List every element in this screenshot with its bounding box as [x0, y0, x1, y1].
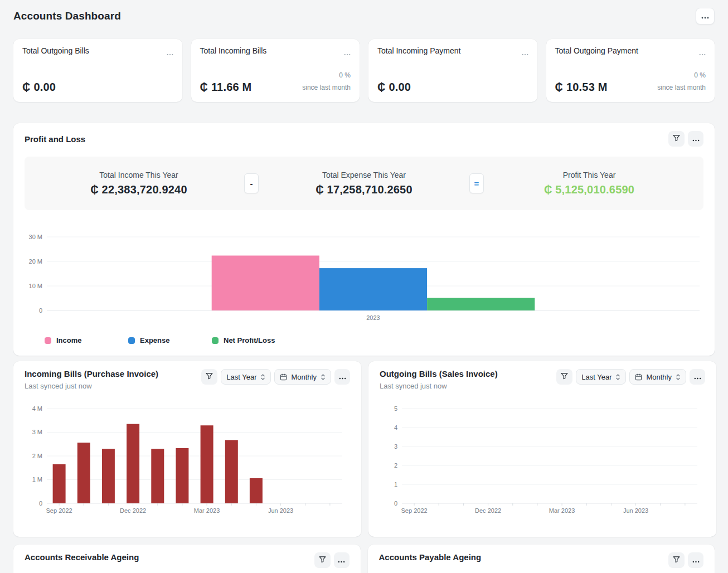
svg-text:0: 0	[39, 500, 42, 507]
filter-button[interactable]	[668, 552, 685, 568]
svg-text:1: 1	[394, 481, 397, 488]
svg-text:20 M: 20 M	[29, 258, 42, 265]
legend-item-income[interactable]: Income	[45, 336, 128, 344]
filter-button[interactable]	[668, 131, 685, 147]
legend-label: Expense	[140, 336, 169, 344]
filter-button[interactable]	[201, 369, 217, 385]
svg-text:Dec 2022: Dec 2022	[120, 507, 146, 514]
profit-loss-legend: Income Expense Net Profit/Loss	[25, 336, 703, 344]
total-expense-metric: Total Expense This Year ₵ 17,258,710.265…	[259, 171, 469, 196]
incoming-bills-chart: 01 M2 M3 M4 MSep 2022Dec 2022Mar 2023Jun…	[25, 400, 350, 531]
stat-delta-caption: since last month	[657, 81, 706, 94]
svg-text:Jun 2023: Jun 2023	[623, 507, 648, 514]
stat-card-total-outgoing-payment[interactable]: Total Outgoing Payment ₵ 10.53 M 0 % sin…	[546, 39, 715, 102]
interval-select[interactable]: Monthly	[274, 369, 331, 385]
svg-text:30 M: 30 M	[29, 234, 42, 240]
svg-text:1 M: 1 M	[32, 476, 42, 483]
equals-operator: =	[469, 173, 484, 193]
stat-label: Total Outgoing Payment	[555, 46, 638, 55]
period-select-value: Last Year	[226, 373, 256, 381]
accounts-payable-ageing-panel: Accounts Payable Ageing	[368, 545, 715, 573]
svg-text:3 M: 3 M	[32, 429, 42, 435]
metric-label: Total Expense This Year	[259, 171, 469, 179]
svg-text:2023: 2023	[366, 314, 380, 321]
svg-text:2 M: 2 M	[32, 453, 42, 459]
stat-card-total-outgoing-bills[interactable]: Total Outgoing Bills ₵ 0.00	[13, 39, 182, 102]
interval-select[interactable]: Monthly	[629, 369, 686, 385]
filter-button[interactable]	[314, 552, 331, 568]
updown-chevron-icon	[260, 373, 265, 381]
svg-text:Sep 2022: Sep 2022	[46, 507, 72, 514]
svg-text:Mar 2023: Mar 2023	[194, 507, 220, 514]
interval-select-value: Monthly	[291, 373, 317, 381]
stat-card-total-incoming-payment[interactable]: Total Incoming Payment ₵ 0.00	[368, 39, 537, 102]
filter-icon	[205, 372, 213, 382]
svg-text:4: 4	[394, 424, 397, 431]
svg-text:Jun 2023: Jun 2023	[268, 507, 293, 514]
stat-value: ₵ 10.53 M	[555, 81, 608, 94]
metric-label: Profit This Year	[484, 171, 695, 179]
bills-row: Incoming Bills (Purchase Invoice) Last s…	[13, 361, 715, 537]
stat-card-total-incoming-bills[interactable]: Total Incoming Bills ₵ 11.66 M 0 % since…	[191, 39, 360, 102]
period-select[interactable]: Last Year	[576, 369, 626, 385]
card-menu-icon[interactable]	[167, 46, 173, 58]
svg-text:10 M: 10 M	[29, 283, 42, 289]
accounts-receivable-ageing-panel: Accounts Receivable Ageing	[13, 545, 361, 573]
svg-text:0: 0	[39, 307, 42, 314]
accounts-dashboard-page: Accounts Dashboard Total Outgoing Bills …	[0, 0, 728, 573]
card-menu-icon[interactable]	[699, 46, 706, 58]
updown-chevron-icon	[676, 373, 681, 381]
incoming-bills-title: Incoming Bills (Purchase Invoice)	[25, 369, 158, 378]
incoming-bills-panel: Incoming Bills (Purchase Invoice) Last s…	[13, 361, 361, 537]
ageing-row: Accounts Receivable Ageing	[13, 545, 715, 573]
profit-loss-chart: 010 M20 M30 M2023	[25, 229, 703, 327]
metric-value: ₵ 22,383,720.9240	[33, 183, 244, 196]
profit-loss-summary: Total Income This Year ₵ 22,383,720.9240…	[25, 157, 703, 210]
legend-label: Net Profit/Loss	[224, 336, 275, 344]
period-select-value: Last Year	[581, 373, 611, 381]
stat-value: ₵ 0.00	[377, 81, 411, 94]
ellipsis-icon	[338, 556, 345, 565]
legend-label: Income	[56, 336, 82, 344]
legend-marker	[128, 337, 135, 344]
card-menu-icon[interactable]	[522, 46, 528, 58]
metric-value: ₵ 5,125,010.6590	[484, 183, 695, 196]
page-menu-button[interactable]	[696, 8, 715, 25]
period-select[interactable]: Last Year	[221, 369, 271, 385]
topbar: Accounts Dashboard	[13, 8, 715, 25]
outgoing-bills-panel: Outgoing Bills (Sales Invoice) Last sync…	[368, 361, 716, 537]
filter-icon	[318, 555, 327, 565]
stat-delta-pct: 0 %	[657, 69, 706, 81]
panel-menu-button[interactable]	[334, 552, 350, 568]
panel-menu-button[interactable]	[688, 131, 703, 147]
panel-menu-button[interactable]	[690, 369, 705, 385]
card-menu-icon[interactable]	[344, 46, 351, 58]
legend-marker	[45, 337, 51, 344]
legend-item-net-profit-loss[interactable]: Net Profit/Loss	[212, 336, 295, 344]
svg-text:5: 5	[394, 405, 397, 412]
ellipsis-icon	[701, 12, 709, 21]
svg-text:Mar 2023: Mar 2023	[549, 507, 575, 514]
interval-select-value: Monthly	[646, 373, 672, 381]
stat-label: Total Incoming Payment	[377, 46, 460, 55]
svg-text:Dec 2022: Dec 2022	[475, 507, 501, 514]
svg-text:2: 2	[394, 462, 397, 469]
svg-text:0: 0	[394, 500, 397, 507]
filter-button[interactable]	[556, 369, 572, 385]
accounts-payable-ageing-title: Accounts Payable Ageing	[379, 552, 482, 562]
updown-chevron-icon	[615, 373, 620, 381]
filter-icon	[672, 555, 681, 565]
legend-marker	[212, 337, 219, 344]
filter-icon	[672, 134, 681, 144]
panel-menu-button[interactable]	[334, 369, 350, 385]
page-title: Accounts Dashboard	[13, 10, 121, 22]
accounts-receivable-ageing-title: Accounts Receivable Ageing	[25, 552, 139, 562]
legend-item-expense[interactable]: Expense	[128, 336, 212, 344]
metric-value: ₵ 17,258,710.2650	[259, 183, 469, 196]
panel-menu-button[interactable]	[688, 552, 703, 568]
minus-operator: -	[244, 173, 259, 193]
outgoing-bills-title: Outgoing Bills (Sales Invoice)	[380, 369, 498, 378]
ellipsis-icon	[694, 373, 701, 381]
metric-label: Total Income This Year	[33, 171, 244, 179]
profit-loss-title: Profit and Loss	[25, 134, 85, 144]
